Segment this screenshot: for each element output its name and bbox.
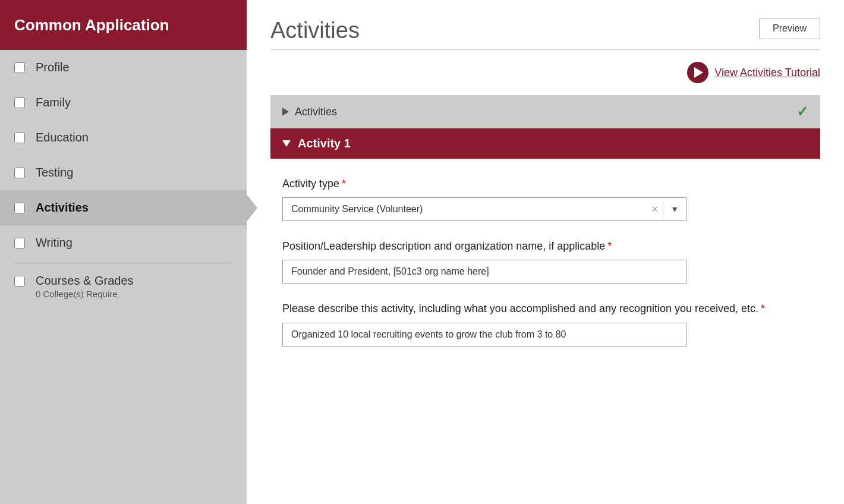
position-label: Position/Leadership description and orga… xyxy=(282,239,808,254)
activity-type-field: Activity type* Community Service (Volunt… xyxy=(282,177,808,221)
courses-sub-label: 0 College(s) Require xyxy=(36,289,232,299)
activities-checkbox[interactable] xyxy=(14,203,25,213)
sidebar-item-education[interactable]: Education xyxy=(0,120,247,155)
nav: Profile Family Education Testing Activit… xyxy=(0,50,247,504)
accordion-header[interactable]: Activities ✓ xyxy=(270,95,820,128)
sidebar-item-family[interactable]: Family xyxy=(0,85,247,120)
courses-checkbox[interactable] xyxy=(14,276,25,286)
main-inner: Activities Preview View Activities Tutor… xyxy=(247,0,844,504)
writing-checkbox[interactable] xyxy=(14,238,25,248)
profile-checkbox[interactable] xyxy=(14,62,25,73)
activity-type-label: Activity type* xyxy=(282,177,808,191)
page-title: Activities xyxy=(270,18,360,43)
clear-icon[interactable]: × xyxy=(647,203,663,216)
tutorial-row: View Activities Tutorial xyxy=(270,62,820,83)
completion-checkmark: ✓ xyxy=(796,103,808,120)
sidebar-item-activities[interactable]: Activities xyxy=(0,190,247,225)
nav-divider xyxy=(14,263,232,263)
activity-1-header[interactable]: Activity 1 xyxy=(270,128,820,159)
required-star-2: * xyxy=(607,240,612,252)
activity-form: Activity type* Community Service (Volunt… xyxy=(270,159,820,376)
expand-icon xyxy=(282,140,291,147)
chevron-down-icon[interactable]: ▼ xyxy=(663,200,686,219)
activity-1-title: Activity 1 xyxy=(298,137,351,150)
description-label: Please describe this activity, including… xyxy=(282,301,808,316)
sidebar-item-testing[interactable]: Testing xyxy=(0,155,247,190)
required-star-1: * xyxy=(342,178,346,190)
position-input[interactable] xyxy=(282,260,686,284)
sidebar-item-courses[interactable]: Courses & Grades 0 College(s) Require xyxy=(0,266,247,307)
preview-button[interactable]: Preview xyxy=(759,18,820,39)
tutorial-link[interactable]: View Activities Tutorial xyxy=(714,67,820,79)
testing-checkbox[interactable] xyxy=(14,168,25,178)
page-header: Activities Preview xyxy=(270,18,820,43)
collapse-icon xyxy=(282,108,289,116)
sidebar-item-writing[interactable]: Writing xyxy=(0,225,247,260)
app-title: Common Application xyxy=(0,0,247,50)
education-checkbox[interactable] xyxy=(14,133,25,143)
position-field: Position/Leadership description and orga… xyxy=(282,239,808,284)
family-checkbox[interactable] xyxy=(14,97,25,108)
description-field: Please describe this activity, including… xyxy=(282,301,808,346)
sidebar-item-profile[interactable]: Profile xyxy=(0,50,247,85)
header-divider xyxy=(270,49,820,50)
activity-type-select[interactable]: Community Service (Volunteer) × ▼ xyxy=(282,197,686,221)
main-content: Activities Preview View Activities Tutor… xyxy=(247,0,844,504)
accordion-title: Activities xyxy=(282,106,337,118)
required-star-3: * xyxy=(761,303,765,314)
description-input[interactable] xyxy=(282,323,686,346)
play-icon[interactable] xyxy=(687,62,708,83)
activity-type-value: Community Service (Volunteer) xyxy=(283,198,647,220)
sidebar: Common Application Profile Family Educat… xyxy=(0,0,247,504)
